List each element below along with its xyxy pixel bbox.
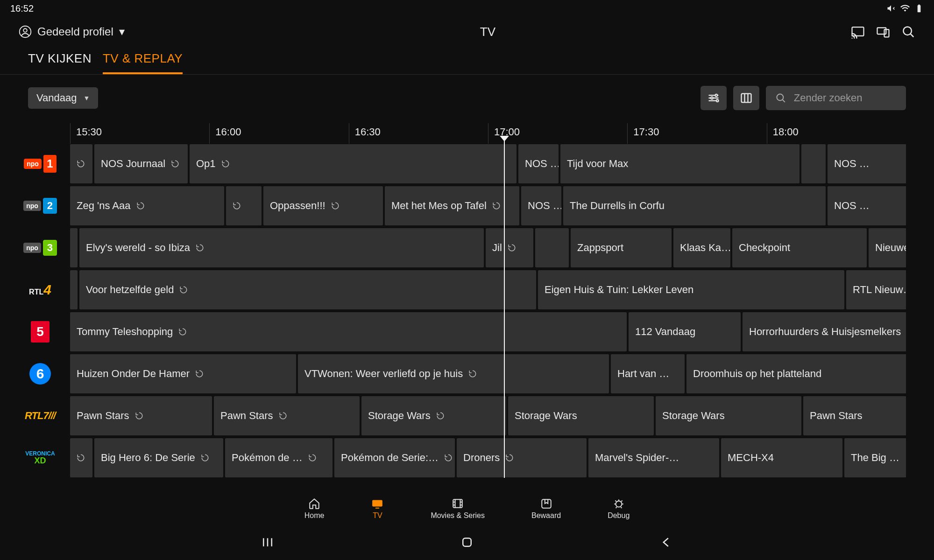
search-icon[interactable] xyxy=(901,25,915,39)
home-system-icon[interactable] xyxy=(460,535,474,549)
channel-logo-rtl7[interactable]: RTL7/// xyxy=(10,396,70,435)
svg-point-5 xyxy=(903,27,912,35)
now-indicator xyxy=(504,140,505,478)
program-cell[interactable]: Horrorhuurders & Huisjesmelkers xyxy=(743,312,906,351)
program-cell[interactable]: Storage Wars xyxy=(508,396,654,435)
program-cell[interactable]: Op1 xyxy=(190,144,517,183)
nav-tv[interactable]: TV xyxy=(371,497,384,520)
program-cell[interactable]: Tommy Teleshopping xyxy=(70,312,627,351)
program-cell[interactable]: Pokémon de … xyxy=(225,438,333,477)
svg-rect-11 xyxy=(373,500,383,506)
tab-tv-kijken[interactable]: TV KIJKEN xyxy=(28,47,92,74)
program-strip[interactable]: Huizen Onder De HamerVTWonen: Weer verli… xyxy=(70,354,906,393)
day-selector[interactable]: Vandaag ▼ xyxy=(28,87,98,109)
program-cell[interactable]: Pokémon de Serie:… xyxy=(334,438,455,477)
svg-rect-4 xyxy=(884,29,889,37)
program-cell[interactable] xyxy=(226,186,262,225)
program-cell[interactable]: Tijd voor Max xyxy=(560,144,800,183)
program-strip[interactable]: Elvy's wereld - so IbizaJilZappsportKlaa… xyxy=(70,228,906,267)
program-cell[interactable]: Oppassen!!! xyxy=(263,186,383,225)
channel-row-veronica: VERONICAXDBig Hero 6: De SeriePokémon de… xyxy=(10,438,906,478)
search-icon xyxy=(775,91,786,105)
program-cell[interactable]: Marvel's Spider-… xyxy=(588,438,719,477)
replay-icon xyxy=(171,160,179,168)
channel-logo-rtl4[interactable]: RTL4 xyxy=(10,270,70,309)
program-cell[interactable]: Elvy's wereld - so Ibiza xyxy=(79,228,484,267)
program-cell[interactable]: Jil xyxy=(486,228,533,267)
program-cell[interactable]: NOS … xyxy=(518,144,559,183)
program-cell[interactable]: Hart van … xyxy=(611,354,685,393)
program-cell[interactable] xyxy=(70,438,92,477)
program-cell[interactable] xyxy=(70,270,78,309)
program-cell[interactable]: Klaas Ka… xyxy=(673,228,730,267)
program-cell[interactable]: Pawn Stars xyxy=(803,396,906,435)
program-cell[interactable]: Huizen Onder De Hamer xyxy=(70,354,296,393)
nav-saved[interactable]: Bewaard xyxy=(531,497,561,520)
program-cell[interactable] xyxy=(801,144,826,183)
program-strip[interactable]: Tommy Teleshopping112 VandaagHorrorhuurd… xyxy=(70,312,906,351)
program-cell[interactable]: The Big … xyxy=(844,438,906,477)
device-icon[interactable] xyxy=(876,25,890,39)
time-slot: 16:30 xyxy=(349,123,488,144)
program-cell[interactable]: Nieuwe … xyxy=(869,228,906,267)
program-cell[interactable] xyxy=(535,228,569,267)
channel-logo-npo2[interactable]: npo2 xyxy=(10,186,70,225)
program-cell[interactable]: Checkpoint xyxy=(732,228,867,267)
nav-movies[interactable]: Movies & Series xyxy=(431,497,485,520)
tab-tv-replay[interactable]: TV & REPLAY xyxy=(103,47,183,74)
layout-button[interactable] xyxy=(733,86,759,110)
back-icon[interactable] xyxy=(659,535,673,549)
recent-apps-icon[interactable] xyxy=(261,535,275,549)
program-cell[interactable]: Big Hero 6: De Serie xyxy=(94,438,223,477)
profile-label: Gedeeld profiel xyxy=(37,25,113,38)
nav-home[interactable]: Home xyxy=(304,497,325,520)
program-title: Pawn Stars xyxy=(77,410,129,422)
program-cell[interactable]: NOS … xyxy=(521,186,561,225)
program-cell[interactable]: The Durrells in Corfu xyxy=(563,186,826,225)
channel-logo-veronica[interactable]: VERONICAXD xyxy=(10,438,70,477)
program-title: Pokémon de … xyxy=(232,452,303,464)
cast-icon[interactable] xyxy=(851,25,865,39)
channel-logo-npo3[interactable]: npo3 xyxy=(10,228,70,267)
program-title: Marvel's Spider-… xyxy=(595,452,679,464)
profile-icon xyxy=(19,25,32,38)
program-cell[interactable]: MECH-X4 xyxy=(721,438,842,477)
program-strip[interactable]: NOS JournaalOp1NOS …Tijd voor MaxNOS … xyxy=(70,144,906,183)
program-cell[interactable]: VTWonen: Weer verliefd op je huis xyxy=(298,354,609,393)
program-title: Jil xyxy=(492,242,502,254)
channel-search-input[interactable] xyxy=(794,92,897,104)
program-cell[interactable]: NOS Journaal xyxy=(94,144,188,183)
program-cell[interactable]: Storage Wars xyxy=(656,396,801,435)
program-cell[interactable]: Droomhuis op het platteland xyxy=(686,354,906,393)
filter-button[interactable] xyxy=(700,86,727,110)
program-cell[interactable]: NOS … xyxy=(828,186,906,225)
program-cell[interactable]: RTL Nieuw… xyxy=(846,270,906,309)
program-title: NOS … xyxy=(525,158,559,170)
program-strip[interactable]: Voor hetzelfde geldEigen Huis & Tuin: Le… xyxy=(70,270,906,309)
program-strip[interactable]: Pawn StarsPawn StarsStorage WarsStorage … xyxy=(70,396,906,435)
program-strip[interactable]: Zeg 'ns AaaOppassen!!!Met het Mes op Taf… xyxy=(70,186,906,225)
program-cell[interactable]: Pawn Stars xyxy=(70,396,212,435)
program-cell[interactable]: Pawn Stars xyxy=(214,396,360,435)
program-cell[interactable]: Eigen Huis & Tuin: Lekker Leven xyxy=(538,270,844,309)
program-cell[interactable]: 112 Vandaag xyxy=(629,312,741,351)
nav-debug[interactable]: Debug xyxy=(608,497,630,520)
channel-search[interactable] xyxy=(766,86,906,110)
svg-rect-15 xyxy=(463,538,471,546)
program-cell[interactable]: Voor hetzelfde geld xyxy=(79,270,536,309)
program-cell[interactable]: Storage Wars xyxy=(361,396,506,435)
program-cell[interactable]: Droners xyxy=(457,438,587,477)
program-title: The Durrells in Corfu xyxy=(570,200,665,212)
program-cell[interactable]: Zappsport xyxy=(571,228,672,267)
program-cell[interactable] xyxy=(70,228,78,267)
channel-logo-sbs6[interactable]: 6 xyxy=(10,354,70,393)
program-cell[interactable]: NOS … xyxy=(828,144,906,183)
channel-logo-rtl5[interactable]: 5 xyxy=(10,312,70,351)
profile-selector[interactable]: Gedeeld profiel ▾ xyxy=(19,25,125,38)
program-title: Nieuwe … xyxy=(875,242,906,254)
channel-logo-npo1[interactable]: npo1 xyxy=(10,144,70,183)
program-cell[interactable] xyxy=(70,144,92,183)
program-cell[interactable]: Met het Mes op Tafel xyxy=(385,186,519,225)
program-cell[interactable]: Zeg 'ns Aaa xyxy=(70,186,224,225)
program-strip[interactable]: Big Hero 6: De SeriePokémon de …Pokémon … xyxy=(70,438,906,477)
